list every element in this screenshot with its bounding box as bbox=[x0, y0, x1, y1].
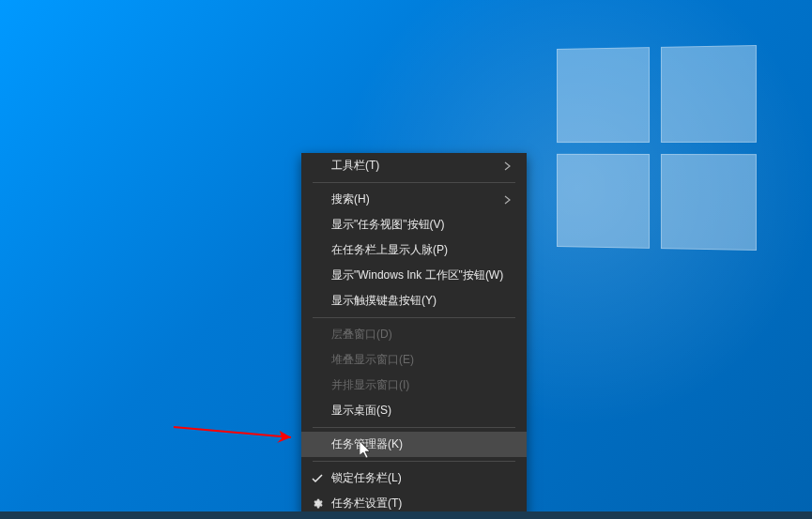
menu-item-label: 在任务栏上显示人脉(P) bbox=[331, 242, 513, 258]
menu-item-0[interactable]: 工具栏(T) bbox=[301, 153, 527, 178]
menu-item-label: 显示"Windows Ink 工作区"按钮(W) bbox=[331, 267, 513, 283]
menu-separator bbox=[313, 427, 515, 428]
gear-icon bbox=[311, 497, 324, 511]
menu-item-label: 并排显示窗口(I) bbox=[331, 377, 513, 393]
menu-separator bbox=[313, 182, 515, 183]
chevron-right-icon bbox=[502, 194, 513, 206]
menu-item-label: 搜索(H) bbox=[331, 191, 502, 207]
chevron-right-icon bbox=[502, 160, 513, 172]
menu-item-4[interactable]: 在任务栏上显示人脉(P) bbox=[301, 237, 527, 263]
windows-logo bbox=[557, 45, 757, 251]
menu-item-label: 显示触摸键盘按钮(Y) bbox=[331, 293, 513, 309]
menu-item-6[interactable]: 显示触摸键盘按钮(Y) bbox=[301, 288, 527, 313]
menu-separator bbox=[313, 317, 515, 318]
menu-item-15[interactable]: 锁定任务栏(L) bbox=[301, 466, 527, 491]
menu-separator bbox=[313, 461, 515, 462]
menu-item-10: 并排显示窗口(I) bbox=[301, 373, 527, 398]
menu-item-label: 显示桌面(S) bbox=[331, 403, 513, 419]
menu-item-9: 堆叠显示窗口(E) bbox=[301, 347, 527, 373]
menu-item-5[interactable]: 显示"Windows Ink 工作区"按钮(W) bbox=[301, 263, 527, 288]
menu-item-13[interactable]: 任务管理器(K) bbox=[301, 432, 527, 457]
menu-item-label: 层叠窗口(D) bbox=[331, 327, 513, 343]
menu-item-label: 任务栏设置(T) bbox=[331, 496, 513, 511]
menu-item-11[interactable]: 显示桌面(S) bbox=[301, 398, 527, 423]
svg-marker-1 bbox=[277, 431, 291, 443]
check-icon bbox=[311, 472, 324, 485]
menu-item-2[interactable]: 搜索(H) bbox=[301, 187, 527, 212]
annotation-arrow bbox=[169, 422, 319, 460]
svg-line-0 bbox=[174, 427, 291, 437]
menu-item-8: 层叠窗口(D) bbox=[301, 322, 527, 347]
menu-item-label: 显示"任务视图"按钮(V) bbox=[331, 217, 513, 233]
menu-item-label: 锁定任务栏(L) bbox=[331, 470, 513, 486]
menu-item-3[interactable]: 显示"任务视图"按钮(V) bbox=[301, 212, 527, 237]
taskbar[interactable] bbox=[0, 511, 812, 519]
taskbar-context-menu: 工具栏(T)搜索(H)显示"任务视图"按钮(V)在任务栏上显示人脉(P)显示"W… bbox=[301, 153, 527, 516]
menu-item-label: 工具栏(T) bbox=[331, 158, 502, 174]
menu-item-label: 任务管理器(K) bbox=[331, 436, 513, 452]
menu-item-label: 堆叠显示窗口(E) bbox=[331, 352, 513, 368]
